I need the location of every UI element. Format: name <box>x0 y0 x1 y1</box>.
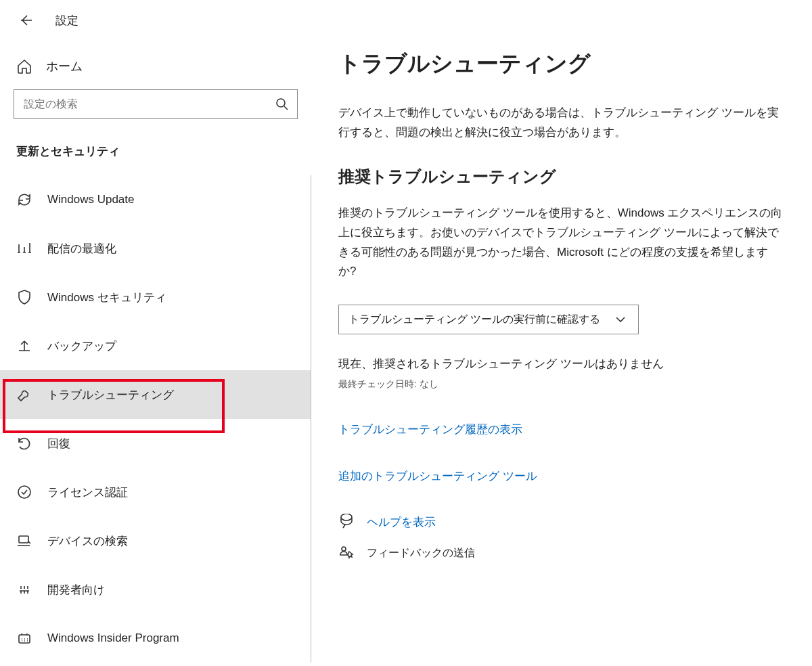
find-device-icon <box>16 533 32 549</box>
window-title: 設定 <box>55 13 78 28</box>
svg-point-0 <box>277 99 285 107</box>
search-icon <box>274 96 290 112</box>
feedback-link[interactable]: フィードバックの送信 <box>367 546 475 560</box>
sidebar-item-find-device[interactable]: デバイスの検索 <box>0 516 311 565</box>
last-check-text: 最終チェック日時: なし <box>338 378 785 391</box>
sidebar-item-label: Windows Insider Program <box>47 631 179 645</box>
sidebar-home-label: ホーム <box>46 58 83 74</box>
sidebar-item-activation[interactable]: ライセンス認証 <box>0 468 311 516</box>
svg-point-4 <box>342 547 346 551</box>
additional-link[interactable]: 追加のトラブルシューティング ツール <box>338 468 785 484</box>
sidebar-item-label: Windows Update <box>47 193 135 206</box>
search-input[interactable] <box>24 98 274 110</box>
arrow-left-icon <box>18 12 34 28</box>
delivery-icon <box>16 240 32 257</box>
sidebar-item-recovery[interactable]: 回復 <box>0 419 311 468</box>
sidebar-category: 更新とセキュリティ <box>0 139 311 175</box>
sidebar-item-label: デバイスの検索 <box>47 533 128 549</box>
home-icon <box>16 58 32 74</box>
select-value: トラブルシューティング ツールの実行前に確認する <box>348 313 600 327</box>
intro-text: デバイス上で動作していないものがある場合は、トラブルシューティング ツールを実行… <box>338 104 785 143</box>
backup-icon <box>16 338 32 354</box>
svg-point-1 <box>18 486 30 498</box>
sidebar-nav: Windows Update 配信の最適化 Windows セキュリティ バック… <box>0 175 311 663</box>
back-button[interactable] <box>15 9 37 31</box>
search-box[interactable] <box>14 89 298 119</box>
sidebar-item-label: トラブルシューティング <box>47 387 174 403</box>
recommended-select[interactable]: トラブルシューティング ツールの実行前に確認する <box>338 305 639 334</box>
sidebar-item-label: Windows セキュリティ <box>47 290 166 305</box>
sidebar-item-developers[interactable]: 開発者向け <box>0 565 311 614</box>
sync-icon <box>16 192 32 208</box>
history-link[interactable]: トラブルシューティング履歴の表示 <box>338 422 785 437</box>
sidebar-home[interactable]: ホーム <box>0 43 311 89</box>
sidebar-item-label: 開発者向け <box>47 582 105 598</box>
insider-icon <box>16 630 32 646</box>
wrench-icon <box>16 386 32 403</box>
recovery-icon <box>16 435 32 451</box>
developer-icon <box>16 581 32 598</box>
sidebar-item-delivery-optimization[interactable]: 配信の最適化 <box>0 224 311 273</box>
help-link[interactable]: ヘルプを表示 <box>367 514 436 530</box>
sidebar-item-label: バックアップ <box>47 338 116 354</box>
chevron-down-icon <box>612 311 629 328</box>
main-content: トラブルシューティング デバイス上で動作していないものがある場合は、トラブルシュ… <box>311 0 812 666</box>
page-title: トラブルシューティング <box>338 49 785 79</box>
sidebar-item-insider[interactable]: Windows Insider Program <box>0 614 311 663</box>
feedback-icon <box>338 545 355 561</box>
section-title-recommended: 推奨トラブルシューティング <box>338 166 785 187</box>
svg-rect-2 <box>19 536 28 543</box>
no-recommended-text: 現在、推奨されるトラブルシューティング ツールはありません <box>338 356 785 372</box>
sidebar-item-label: 回復 <box>47 436 70 451</box>
shield-icon <box>16 289 32 305</box>
sidebar-item-troubleshoot[interactable]: トラブルシューティング <box>0 370 311 419</box>
sidebar-item-label: 配信の最適化 <box>47 241 116 257</box>
sidebar-item-label: ライセンス認証 <box>47 485 128 500</box>
check-circle-icon <box>16 484 32 500</box>
sidebar-item-backup[interactable]: バックアップ <box>0 321 311 370</box>
sidebar-item-windows-update[interactable]: Windows Update <box>0 175 311 224</box>
help-icon <box>338 514 355 530</box>
sidebar-item-windows-security[interactable]: Windows セキュリティ <box>0 273 311 321</box>
sidebar: 設定 ホーム 更新とセキュリティ Windows Update 配信の最適化 <box>0 0 311 666</box>
section-body-recommended: 推奨のトラブルシューティング ツールを使用すると、Windows エクスペリエン… <box>338 204 785 282</box>
